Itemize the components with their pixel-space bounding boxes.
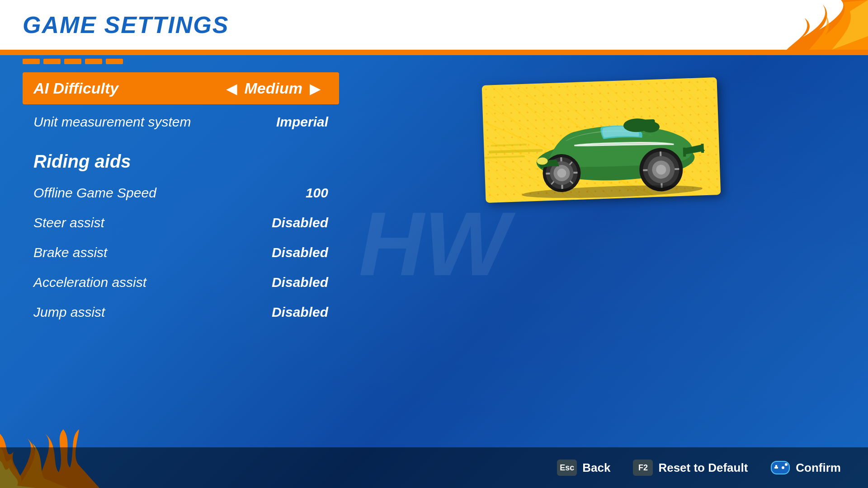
dash-2	[43, 59, 61, 64]
f2-key-badge: F2	[633, 460, 653, 476]
unit-measurement-label: Unit measurement system	[33, 114, 276, 130]
svg-rect-13	[632, 119, 655, 127]
svg-rect-8	[484, 155, 525, 159]
back-label: Back	[582, 461, 610, 475]
dash-4	[85, 59, 102, 64]
dash-5	[106, 59, 123, 64]
offline-game-speed-label: Offline Game Speed	[33, 185, 306, 201]
svg-rect-36	[683, 147, 686, 156]
confirm-controller-icon	[770, 458, 790, 478]
settings-panel: AI Difficulty ◀ Medium ▶ Unit measuremen…	[23, 72, 339, 447]
reset-to-default-button[interactable]: F2 Reset to Default	[633, 460, 748, 476]
bottom-bar: Esc Back F2 Reset to Default Confirm	[0, 447, 868, 488]
svg-point-41	[782, 466, 784, 469]
steer-assist-label: Steer assist	[33, 215, 272, 230]
svg-rect-44	[775, 465, 777, 469]
flame-top-right-decoration	[741, 0, 868, 50]
svg-point-42	[785, 463, 788, 466]
acceleration-assist-row[interactable]: Acceleration assist Disabled	[23, 268, 339, 296]
jump-assist-value: Disabled	[272, 305, 328, 320]
orange-strip	[0, 50, 868, 55]
main-content: AI Difficulty ◀ Medium ▶ Unit measuremen…	[23, 72, 845, 447]
ai-difficulty-right-arrow[interactable]: ▶	[302, 81, 328, 96]
car-panel	[357, 72, 845, 447]
reset-label: Reset to Default	[658, 461, 748, 475]
page-title: GAME SETTINGS	[23, 11, 229, 38]
car-image	[482, 77, 721, 203]
unit-measurement-row[interactable]: Unit measurement system Imperial	[23, 108, 339, 136]
back-button[interactable]: Esc Back	[557, 460, 610, 476]
brake-assist-value: Disabled	[272, 245, 328, 260]
dash-1	[23, 59, 40, 64]
unit-measurement-value: Imperial	[276, 114, 328, 130]
steer-assist-value: Disabled	[272, 215, 328, 230]
dash-3	[64, 59, 81, 64]
orange-dashes	[23, 59, 123, 64]
riding-aids-header: Riding aids	[23, 138, 339, 179]
brake-assist-label: Brake assist	[33, 245, 272, 260]
confirm-button[interactable]: Confirm	[770, 458, 841, 478]
header-bar: GAME SETTINGS	[0, 0, 868, 50]
jump-assist-row[interactable]: Jump assist Disabled	[23, 298, 339, 326]
jump-assist-label: Jump assist	[33, 305, 272, 320]
ai-difficulty-row[interactable]: AI Difficulty ◀ Medium ▶	[23, 72, 339, 104]
ai-difficulty-left-arrow[interactable]: ◀	[219, 81, 245, 96]
acceleration-assist-value: Disabled	[272, 275, 328, 290]
acceleration-assist-label: Acceleration assist	[33, 275, 272, 290]
offline-game-speed-value: 100	[306, 185, 328, 201]
confirm-label: Confirm	[796, 461, 841, 475]
ai-difficulty-label: AI Difficulty	[33, 80, 219, 97]
offline-game-speed-row[interactable]: Offline Game Speed 100	[23, 179, 339, 207]
steer-assist-row[interactable]: Steer assist Disabled	[23, 209, 339, 237]
svg-rect-7	[489, 149, 543, 154]
car-svg	[482, 77, 721, 203]
brake-assist-row[interactable]: Brake assist Disabled	[23, 239, 339, 267]
svg-rect-37	[701, 144, 704, 153]
ai-difficulty-value: Medium	[245, 80, 302, 97]
esc-key-badge: Esc	[557, 460, 577, 476]
